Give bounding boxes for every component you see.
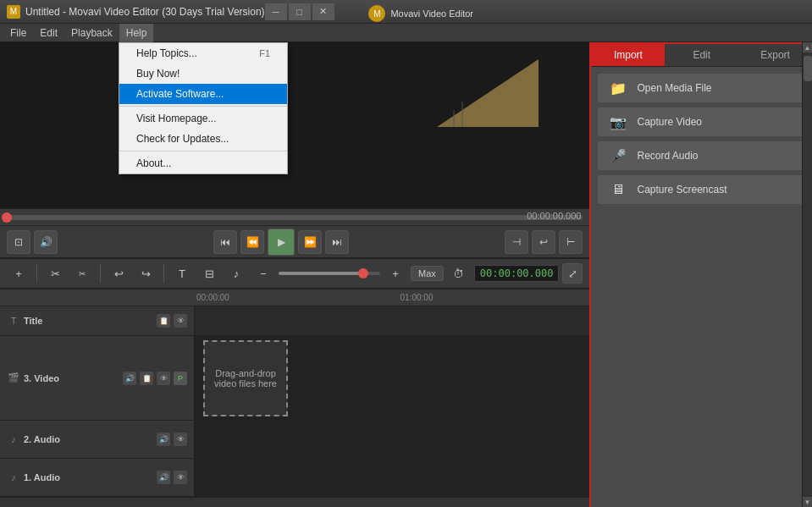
zoom-max-button[interactable]: Max xyxy=(411,266,444,281)
zoom-slider-thumb[interactable] xyxy=(358,268,368,278)
audio1-track-label: 1. Audio xyxy=(24,472,153,482)
open-media-file-button[interactable]: 📁 Open Media File xyxy=(598,74,805,102)
clock-icon-button[interactable]: ⏱ xyxy=(447,262,471,285)
toolbar-separator-3 xyxy=(163,264,164,283)
minimize-button[interactable]: ─ xyxy=(265,3,287,20)
title-bar: M Untitled - Movavi Video Editor (30 Day… xyxy=(0,0,812,24)
scroll-thumb[interactable] xyxy=(804,56,812,81)
play-button[interactable]: ▶ xyxy=(268,229,295,256)
drag-drop-text: Drag-and-drop video files here xyxy=(210,368,281,389)
cut-button[interactable]: ✂ xyxy=(43,262,67,285)
menu-help[interactable]: Help xyxy=(119,24,154,42)
video-track-row: 🎬 3. Video 🔊 📋 👁 P Drag-and-drop video f… xyxy=(0,336,589,421)
timeline-horizontal-scrollbar[interactable] xyxy=(0,497,589,507)
fullscreen-button[interactable]: ⤢ xyxy=(562,263,583,284)
video-track-icon: 🎬 xyxy=(7,372,20,385)
audio-tool-button[interactable]: ♪ xyxy=(224,262,248,285)
redo-button[interactable]: ↪ xyxy=(134,262,157,285)
audio1-track-header: ♪ 1. Audio 🔊 👁 xyxy=(0,459,195,496)
close-button[interactable]: ✕ xyxy=(312,3,334,20)
undo-trim-button[interactable]: ↩ xyxy=(532,230,555,254)
menu-visit-homepage[interactable]: Visit Homepage... xyxy=(119,108,287,129)
drag-drop-box[interactable]: Drag-and-drop video files here xyxy=(203,340,288,416)
video-track-visibility-btn[interactable]: 👁 xyxy=(157,372,170,385)
audio1-track-visibility-btn[interactable]: 👁 xyxy=(174,471,187,484)
zoom-out-button[interactable]: − xyxy=(251,262,275,285)
capture-video-button[interactable]: 📷 Capture Video xyxy=(598,107,805,136)
audio1-track-icon: ♪ xyxy=(7,471,20,484)
video-track-p-btn[interactable]: P xyxy=(174,372,187,385)
audio2-track-audio-btn[interactable]: 🔊 xyxy=(157,433,170,446)
menu-playback[interactable]: Playback xyxy=(64,24,119,42)
loop-button[interactable]: ⊡ xyxy=(7,230,30,254)
menu-help-topics[interactable]: Help Topics... F1 xyxy=(119,43,287,63)
in-point-button[interactable]: ⊣ xyxy=(505,230,528,254)
transport-left-controls: ⊡ 🔊 xyxy=(7,230,58,254)
record-audio-button[interactable]: 🎤 Record Audio xyxy=(598,141,805,170)
forward-button[interactable]: ⏩ xyxy=(298,230,322,254)
title-track-copy-btn[interactable]: 📋 xyxy=(157,314,170,328)
right-panel-tabs: Import Edit Export xyxy=(591,44,812,67)
capture-screencast-label: Capture Screencast xyxy=(637,184,726,196)
prev-start-button[interactable]: ⏮ xyxy=(213,230,237,254)
menu-check-updates[interactable]: Check for Updates... xyxy=(119,129,287,149)
stabilize-button[interactable]: ⊟ xyxy=(197,262,221,285)
menu-file[interactable]: File xyxy=(3,24,33,42)
audio1-track-audio-btn[interactable]: 🔊 xyxy=(157,471,170,484)
title-tool-button[interactable]: T xyxy=(170,262,194,285)
preview-placeholder xyxy=(0,42,589,208)
menu-buy-now[interactable]: Buy Now! xyxy=(119,63,287,84)
title-track-row: T Title 📋 👁 xyxy=(0,306,589,336)
zoom-controls: − + Max ⏱ 00:00:00.000 ⤢ xyxy=(251,262,583,285)
zoom-in-button[interactable]: + xyxy=(384,262,407,285)
progress-bar-area[interactable]: 00:00:00.000 xyxy=(0,208,589,225)
video-track-label: 3. Video xyxy=(24,373,119,383)
next-end-button[interactable]: ⏭ xyxy=(325,230,349,254)
menu-about[interactable]: About... xyxy=(119,153,287,174)
audio2-track-content[interactable] xyxy=(195,421,589,458)
split-button[interactable]: ✂ xyxy=(70,262,94,285)
rewind-button[interactable]: ⏪ xyxy=(240,230,264,254)
toolbar-separator-2 xyxy=(100,264,101,283)
import-panel: 📁 Open Media File 📷 Capture Video 🎤 Reco… xyxy=(591,67,812,507)
video-track-audio-btn[interactable]: 🔊 xyxy=(123,372,136,385)
zoom-slider[interactable] xyxy=(279,272,380,275)
editor-toolbar: + ✂ ✂ ↩ ↪ T ⊟ ♪ − + Max ⏱ 00:00:00.000 ⤢ xyxy=(0,257,589,289)
volume-button[interactable]: 🔊 xyxy=(34,230,58,254)
menu-bar: File Edit Playback Help xyxy=(0,24,812,42)
scroll-up-arrow[interactable]: ▲ xyxy=(803,42,813,52)
menu-activate-software[interactable]: Activate Software... xyxy=(119,84,287,104)
audio2-track-row: ♪ 2. Audio 🔊 👁 xyxy=(0,421,589,459)
title-track-content[interactable] xyxy=(195,306,589,335)
tab-export[interactable]: Export xyxy=(738,44,812,66)
window-controls: ─ □ ✕ xyxy=(265,3,334,20)
video-track-header: 🎬 3. Video 🔊 📋 👁 P xyxy=(0,336,195,420)
audio1-track-content[interactable] xyxy=(195,459,589,496)
tab-edit[interactable]: Edit xyxy=(665,44,738,66)
dropdown-separator-2 xyxy=(119,151,287,152)
progress-thumb[interactable] xyxy=(2,212,12,223)
left-panel: 00:00:00.000 ⊡ 🔊 ⏮ ⏪ ▶ ⏩ ⏭ ⊣ ↩ ⊢ + ✂ ✂ xyxy=(0,42,589,507)
transport-controls: ⊡ 🔊 ⏮ ⏪ ▶ ⏩ ⏭ ⊣ ↩ ⊢ xyxy=(0,225,589,257)
right-panel-scrollbar[interactable]: ▲ ▼ xyxy=(802,42,812,507)
open-media-icon: 📁 xyxy=(608,80,628,96)
add-tool-button[interactable]: + xyxy=(7,262,30,285)
video-track-content[interactable]: Drag-and-drop video files here xyxy=(195,336,589,420)
progress-track[interactable] xyxy=(7,215,583,220)
scroll-down-arrow[interactable]: ▼ xyxy=(803,497,812,507)
audio2-track-icon: ♪ xyxy=(7,433,20,446)
maximize-button[interactable]: □ xyxy=(289,3,311,20)
tab-import[interactable]: Import xyxy=(591,44,665,66)
help-dropdown-menu: Help Topics... F1 Buy Now! Activate Soft… xyxy=(119,42,288,174)
out-point-button[interactable]: ⊢ xyxy=(559,230,583,254)
transport-right-controls: ⊣ ↩ ⊢ xyxy=(505,230,583,254)
audio2-track-visibility-btn[interactable]: 👁 xyxy=(174,433,187,446)
right-panel: Import Edit Export 📁 Open Media File 📷 C… xyxy=(589,42,812,507)
title-track-visibility-btn[interactable]: 👁 xyxy=(174,314,187,328)
undo-button[interactable]: ↩ xyxy=(107,262,130,285)
menu-edit[interactable]: Edit xyxy=(33,24,64,42)
video-track-copy-btn[interactable]: 📋 xyxy=(140,372,153,385)
capture-screencast-button[interactable]: 🖥 Capture Screencast xyxy=(598,175,805,204)
timeline-area: 00:00:00 01:00:00 T Title 📋 👁 🎬 3. Vid xyxy=(0,289,589,507)
movavi-label: Movavi Video Editor xyxy=(390,8,473,19)
